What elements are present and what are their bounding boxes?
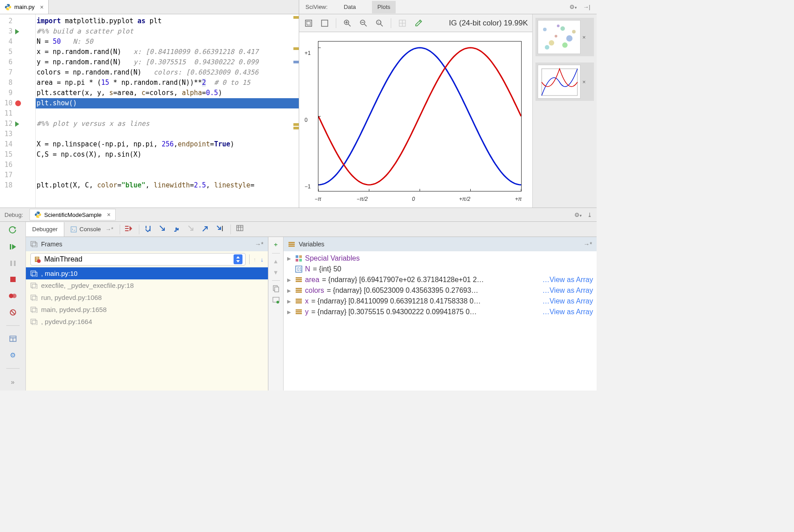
step-out-icon[interactable] (202, 225, 211, 234)
editor-tab-label: main.py (14, 4, 35, 10)
tab-data[interactable]: Data (338, 1, 361, 13)
stack-frame[interactable]: run, pydevd.py:1068 (26, 291, 268, 303)
plot-canvas[interactable]: +1 0 −1 −π −π/2 0 +π/2 +π (299, 32, 532, 208)
tab-console[interactable]: Console →* (64, 222, 120, 237)
variable-row[interactable]: ▶colors = {ndarray} [0.60523009 0.435633… (287, 285, 593, 296)
variable-row[interactable]: ▶Special Variables (287, 253, 593, 264)
view-as-array-link[interactable]: …View as Array (542, 276, 593, 284)
svg-rect-31 (10, 277, 16, 282)
actual-size-icon[interactable] (320, 18, 330, 28)
close-icon[interactable]: × (40, 4, 44, 11)
prev-frame-icon[interactable]: ↑ (253, 256, 256, 263)
x-tick: 0 (412, 196, 415, 202)
zoom-in-icon[interactable] (343, 18, 352, 28)
inspect-icon[interactable] (272, 297, 280, 304)
popout-icon[interactable]: →| (583, 4, 590, 10)
svg-rect-70 (296, 299, 302, 300)
popout-icon[interactable]: →* (584, 241, 592, 248)
eyedropper-icon[interactable] (414, 18, 423, 28)
svg-rect-66 (296, 281, 302, 282)
svg-rect-37 (237, 225, 243, 231)
stop-icon[interactable] (8, 274, 18, 285)
svg-rect-44 (32, 284, 37, 289)
gear-icon[interactable]: ⚙︎▾ (574, 212, 582, 218)
plot-info: IG (24-bit color) 19.99K (449, 19, 528, 28)
mute-breakpoints-icon[interactable] (8, 307, 18, 317)
view-breakpoints-icon[interactable] (8, 291, 18, 301)
zoom-reset-icon[interactable]: 1:1 (375, 18, 384, 28)
stack-frame[interactable]: execfile, _pydev_execfile.py:18 (26, 279, 268, 291)
plot-thumb-lines[interactable]: × (535, 62, 594, 101)
thread-selector[interactable]: MainThread (30, 253, 246, 266)
pause-icon[interactable] (8, 258, 18, 268)
rerun-icon[interactable] (8, 225, 18, 236)
plot-thumb-scatter[interactable]: × (535, 18, 594, 56)
svg-rect-4 (322, 20, 328, 26)
svg-rect-68 (296, 290, 302, 291)
layout-icon[interactable] (8, 334, 18, 344)
editor-tab-main-py[interactable]: main.py × (0, 0, 49, 14)
run-to-cursor-icon[interactable] (216, 225, 225, 234)
svg-rect-65 (296, 279, 302, 280)
svg-rect-64 (296, 277, 302, 278)
settings-icon[interactable]: ⚙︎ (8, 350, 18, 361)
close-icon[interactable]: × (582, 34, 586, 41)
tab-debugger[interactable]: Debugger (26, 222, 64, 237)
frame-tools: ＋ ▲ ▼ (268, 237, 284, 391)
show-exec-point-icon[interactable] (125, 225, 134, 234)
thread-name: MainThread (44, 255, 82, 263)
stack-frame[interactable]: , main.py:10 (26, 267, 268, 279)
stack-frame[interactable]: , pydevd.py:1664 (26, 316, 268, 328)
variable-row[interactable]: 01N = {int} 50 (287, 264, 593, 274)
sciview-header: SciView: Data Plots ⚙︎▾ →| (299, 0, 597, 14)
svg-point-0 (7, 4, 8, 5)
svg-text:01: 01 (297, 267, 302, 272)
more-icon[interactable]: » (8, 377, 18, 387)
copy-icon[interactable] (273, 285, 279, 292)
view-as-array-link[interactable]: …View as Array (542, 308, 593, 316)
gear-icon[interactable]: ⚙︎▾ (569, 4, 577, 10)
download-icon[interactable]: ⤓ (587, 212, 592, 218)
run-cell-icon[interactable] (15, 29, 19, 34)
svg-rect-55 (288, 242, 295, 243)
variable-row[interactable]: ▶x = {ndarray} [0.84110099 0.66391218 0.… (287, 296, 593, 307)
view-as-array-link[interactable]: …View as Array (542, 287, 593, 295)
step-over-icon[interactable] (145, 225, 154, 234)
next-frame-icon[interactable]: ↓ (261, 256, 264, 263)
force-step-into-icon[interactable] (188, 225, 196, 234)
svg-point-18 (543, 28, 547, 31)
code-editor[interactable]: 23456789101112131415161718 import matplo… (0, 14, 299, 208)
zoom-out-icon[interactable] (359, 18, 368, 28)
y-tick: 0 (305, 117, 308, 123)
svg-rect-71 (296, 300, 302, 302)
view-as-array-link[interactable]: …View as Array (542, 297, 593, 305)
close-icon[interactable]: × (107, 211, 111, 218)
grid-icon[interactable] (397, 18, 407, 28)
variable-row[interactable]: ▶area = {ndarray} [6.69417907e+02 6.3718… (287, 274, 593, 285)
svg-point-23 (545, 45, 549, 50)
popout-icon[interactable]: →* (255, 241, 263, 248)
svg-rect-67 (296, 288, 302, 289)
add-watch-icon[interactable]: ＋ (273, 241, 279, 249)
evaluate-icon[interactable] (236, 225, 245, 234)
plot-toolbar: 1:1 IG (24-bit color) 19.99K (299, 14, 532, 32)
step-into-my-code-icon[interactable] (173, 225, 182, 234)
close-icon[interactable]: × (582, 79, 586, 85)
step-into-icon[interactable] (159, 225, 168, 234)
x-tick: +π/2 (459, 196, 470, 202)
svg-point-33 (12, 294, 17, 298)
resume-icon[interactable] (8, 242, 18, 252)
svg-rect-52 (275, 287, 279, 292)
variable-row[interactable]: ▶y = {ndarray} [0.3075515 0.94300222 0.0… (287, 307, 593, 317)
run-cell-icon[interactable] (15, 121, 19, 127)
stack-frame[interactable]: main, pydevd.py:1658 (26, 303, 268, 316)
svg-rect-38 (31, 241, 36, 246)
tab-plots[interactable]: Plots (372, 1, 396, 13)
debug-config-tab[interactable]: ScientificModeSample × (29, 209, 116, 220)
up-icon[interactable]: ▲ (273, 258, 279, 265)
fit-screen-icon[interactable] (304, 18, 313, 28)
editor-scrollbar[interactable] (293, 16, 299, 208)
down-icon[interactable]: ▼ (273, 269, 279, 276)
breakpoint-icon[interactable] (15, 100, 21, 106)
thread-dropdown-icon[interactable] (234, 254, 242, 264)
